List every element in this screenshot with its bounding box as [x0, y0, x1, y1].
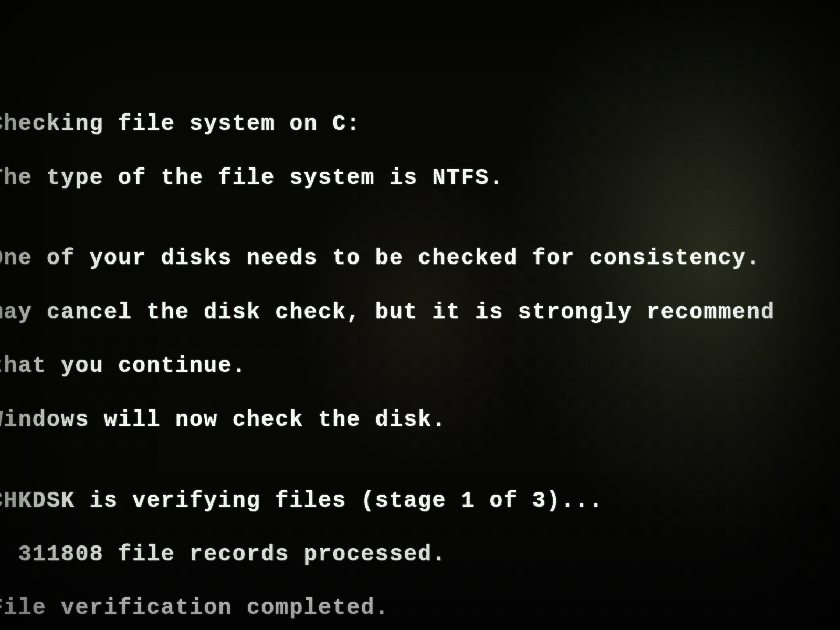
console-line: File verification completed.: [0, 595, 840, 622]
chkdsk-console: Checking file system on C: The type of t…: [0, 84, 840, 630]
console-line: may cancel the disk check, but it is str…: [0, 299, 840, 326]
console-line: that you continue.: [0, 353, 840, 380]
console-line: Checking file system on C:: [0, 111, 840, 138]
console-line: One of your disks needs to be checked fo…: [0, 245, 840, 272]
console-line: The type of the file system is NTFS.: [0, 165, 840, 192]
console-line: Windows will now check the disk.: [0, 407, 840, 434]
console-line-stage1: CHKDSK is verifying files (stage 1 of 3)…: [0, 488, 840, 514]
console-line: 311808 file records processed.: [0, 541, 840, 568]
